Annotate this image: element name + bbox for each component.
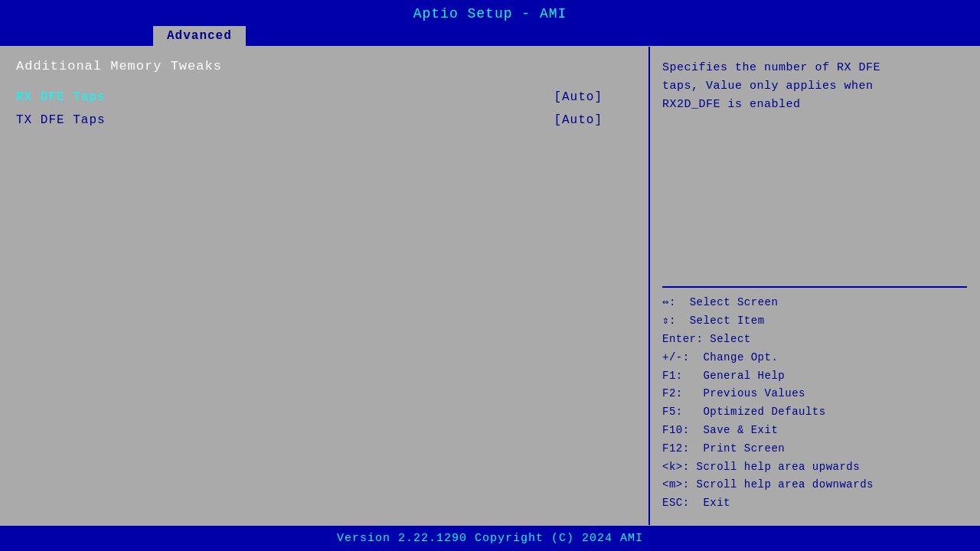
key-help: ⇔: Select Screen ⇕: Select Item Enter: S… [662, 294, 967, 513]
setting-row-rx-dfe[interactable]: RX DFE Taps [Auto] [16, 89, 633, 106]
key-binding-f1: F1: General Help [662, 367, 967, 386]
right-panel: Specifies the number of RX DFEtaps, Valu… [650, 47, 979, 525]
footer: Version 2.22.1290 Copyright (C) 2024 AMI [0, 526, 980, 551]
key-binding-select-screen: ⇔: Select Screen [662, 294, 967, 312]
footer-text: Version 2.22.1290 Copyright (C) 2024 AMI [337, 532, 643, 545]
left-panel: Additional Memory Tweaks RX DFE Taps [Au… [1, 47, 650, 525]
help-text: Specifies the number of RX DFEtaps, Valu… [662, 59, 967, 280]
key-binding-f2: F2: Previous Values [662, 385, 967, 403]
key-binding-select-item: ⇕: Select Item [662, 312, 967, 331]
tab-advanced[interactable]: Advanced [153, 26, 246, 46]
key-binding-k: <k>: Scroll help area upwards [662, 458, 967, 477]
tab-bar: Advanced [0, 26, 980, 46]
help-text-content: Specifies the number of RX DFEtaps, Valu… [662, 61, 880, 111]
main-content: Additional Memory Tweaks RX DFE Taps [Au… [0, 46, 980, 526]
setting-row-tx-dfe[interactable]: TX DFE Taps [Auto] [16, 112, 633, 129]
setting-label-rx-dfe: RX DFE Taps [16, 90, 106, 104]
title-bar: Aptio Setup - AMI [0, 0, 980, 26]
key-binding-esc: ESC: Exit [662, 494, 967, 513]
key-binding-enter: Enter: Select [662, 331, 967, 349]
key-binding-f12: F12: Print Screen [662, 440, 967, 458]
setting-value-tx-dfe: [Auto] [554, 113, 633, 127]
key-binding-m: <m>: Scroll help area downwards [662, 476, 967, 494]
divider [662, 286, 967, 288]
key-binding-f5: F5: Optimized Defaults [662, 403, 967, 422]
setting-label-tx-dfe: TX DFE Taps [16, 113, 106, 127]
app-title: Aptio Setup - AMI [413, 6, 567, 21]
key-binding-f10: F10: Save & Exit [662, 422, 967, 440]
setting-value-rx-dfe: [Auto] [554, 90, 633, 104]
key-binding-change-opt: +/-: Change Opt. [662, 349, 967, 367]
section-title: Additional Memory Tweaks [16, 59, 633, 73]
